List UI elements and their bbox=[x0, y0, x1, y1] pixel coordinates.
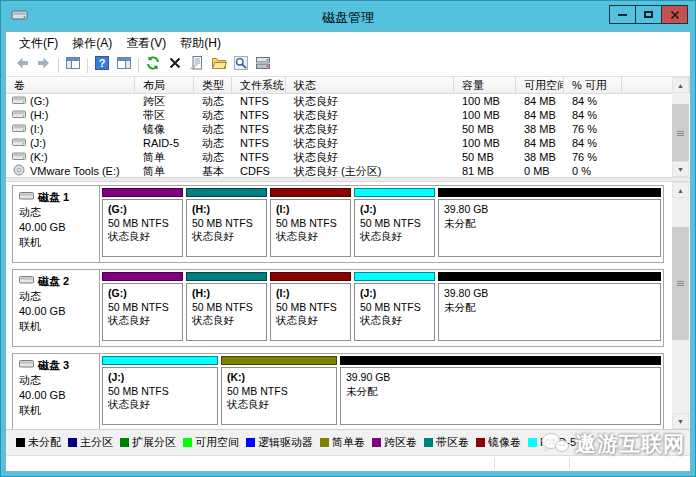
volume-partition[interactable]: (K:)50 MB NTFS状态良好 bbox=[221, 356, 337, 429]
legend-label: 扩展分区 bbox=[132, 435, 176, 450]
volume-cell: (K:) bbox=[6, 150, 135, 164]
column-header-6[interactable]: 可用空间 bbox=[516, 77, 564, 93]
volume-cell: 简单 bbox=[135, 150, 194, 165]
volume-partition[interactable]: (G:)50 MB NTFS状态良好 bbox=[102, 188, 183, 262]
volume-cell: 状态良好 bbox=[286, 94, 454, 109]
disk-row: 磁盘 3动态40.00 GB联机(J:)50 MB NTFS状态良好(K:)50… bbox=[12, 353, 664, 429]
volume-cell: 84 MB bbox=[516, 109, 564, 121]
disk-size: 40.00 GB bbox=[19, 220, 93, 235]
volume-partition[interactable]: (J:)50 MB NTFS状态良好 bbox=[354, 188, 435, 262]
legend-color-swatch bbox=[372, 438, 381, 447]
legend-color-swatch bbox=[424, 438, 433, 447]
legend-item: 扩展分区 bbox=[120, 435, 176, 450]
open-icon bbox=[211, 55, 227, 75]
find-button[interactable] bbox=[230, 55, 252, 75]
volume-list-scrollbar[interactable]: ▲ ▼ bbox=[672, 77, 689, 177]
partition-type-color bbox=[354, 188, 435, 197]
volume-row[interactable]: (G:)跨区动态NTFS状态良好100 MB84 MB84 % bbox=[6, 94, 690, 108]
menu-item-0[interactable]: 文件(F) bbox=[12, 33, 65, 54]
status-divider bbox=[569, 458, 570, 469]
legend-item: 可用空间 bbox=[183, 435, 239, 450]
legend-label: 带区卷 bbox=[436, 435, 469, 450]
volume-partition[interactable]: (I:)50 MB NTFS状态良好 bbox=[270, 272, 351, 346]
partition-status: 状态良好 bbox=[276, 230, 345, 244]
column-header-3[interactable]: 文件系统 bbox=[232, 77, 286, 93]
close-button[interactable] bbox=[661, 5, 688, 24]
scrollbar-thumb[interactable] bbox=[672, 104, 689, 162]
scroll-up-icon[interactable]: ▲ bbox=[672, 77, 689, 93]
help-icon: ? bbox=[94, 55, 110, 75]
legend-color-swatch bbox=[183, 438, 192, 447]
volume-cell: 81 MB bbox=[454, 165, 516, 177]
volume-cell: 基本 bbox=[194, 164, 232, 178]
back-button[interactable] bbox=[11, 55, 33, 75]
volume-cell: 动态 bbox=[194, 122, 232, 137]
volume-icon bbox=[12, 150, 26, 164]
legend-label: 可用空间 bbox=[195, 435, 239, 450]
legend-color-swatch bbox=[16, 438, 25, 447]
volume-table-header: 卷布局类型文件系统状态容量可用空间% 可用 bbox=[6, 77, 690, 94]
column-header-2[interactable]: 类型 bbox=[194, 77, 232, 93]
scroll-up-icon[interactable]: ▲ bbox=[672, 182, 689, 198]
disk-header[interactable]: 磁盘 2动态40.00 GB联机 bbox=[13, 270, 100, 346]
disk-management-icon bbox=[255, 55, 271, 75]
open-button[interactable] bbox=[208, 55, 230, 75]
disk-management-button[interactable] bbox=[252, 55, 274, 75]
disk-view-scrollbar[interactable]: ▲ ▼ bbox=[672, 182, 689, 429]
volume-icon bbox=[12, 94, 26, 108]
volume-row[interactable]: (I:)镜像动态NTFS状态良好50 MB38 MB76 % bbox=[6, 122, 690, 136]
scrollbar-thumb[interactable] bbox=[672, 227, 689, 340]
volume-partition[interactable]: (I:)50 MB NTFS状态良好 bbox=[270, 188, 351, 262]
forward-button[interactable] bbox=[33, 55, 55, 75]
volume-partition[interactable]: (H:)50 MB NTFS状态良好 bbox=[186, 272, 267, 346]
disk-type: 动态 bbox=[19, 205, 93, 220]
menu-item-2[interactable]: 查看(V) bbox=[119, 33, 173, 54]
volume-partition[interactable]: (J:)50 MB NTFS状态良好 bbox=[102, 356, 218, 429]
disk-drive-icon bbox=[19, 358, 34, 373]
menu-item-1[interactable]: 操作(A) bbox=[65, 33, 119, 54]
minimize-button[interactable] bbox=[609, 5, 636, 24]
column-header-1[interactable]: 布局 bbox=[135, 77, 194, 93]
column-header-7[interactable]: % 可用 bbox=[564, 77, 622, 93]
unallocated-space[interactable]: 39.80 GB未分配 bbox=[438, 272, 661, 346]
volume-cell: 100 MB bbox=[454, 95, 516, 107]
scroll-down-icon[interactable]: ▼ bbox=[672, 161, 689, 177]
partition-body: (H:)50 MB NTFS状态良好 bbox=[186, 283, 267, 341]
disk-size: 40.00 GB bbox=[19, 388, 93, 403]
volume-partition[interactable]: (J:)50 MB NTFS状态良好 bbox=[354, 272, 435, 346]
console-tree-button[interactable] bbox=[62, 55, 84, 75]
legend-color-swatch bbox=[528, 438, 537, 447]
partition-label: (I:) bbox=[276, 203, 345, 217]
column-header-0[interactable]: 卷 bbox=[6, 77, 135, 93]
maximize-button[interactable] bbox=[635, 5, 662, 24]
partition-label: (K:) bbox=[227, 371, 331, 385]
volume-partition[interactable]: (H:)50 MB NTFS状态良好 bbox=[186, 188, 267, 262]
column-header-4[interactable]: 状态 bbox=[286, 77, 454, 93]
scroll-down-icon[interactable]: ▼ bbox=[672, 413, 689, 429]
legend-bar: 未分配主分区扩展分区可用空间逻辑驱动器简单卷跨区卷带区卷镜像卷RAID-5 卷 bbox=[6, 429, 690, 455]
show-action-pane-button[interactable] bbox=[113, 55, 135, 75]
volume-row[interactable]: (J:)RAID-5动态NTFS状态良好100 MB84 MB84 % bbox=[6, 136, 690, 150]
svg-text:?: ? bbox=[99, 57, 106, 69]
unallocated-space[interactable]: 39.90 GB未分配 bbox=[340, 356, 661, 429]
title-bar[interactable]: 磁盘管理 bbox=[1, 1, 695, 31]
volume-row[interactable]: (K:)简单动态NTFS状态良好50 MB38 MB76 % bbox=[6, 150, 690, 164]
help-button[interactable]: ? bbox=[91, 55, 113, 75]
partition-status: 状态良好 bbox=[276, 314, 345, 328]
unallocated-space[interactable]: 39.80 GB未分配 bbox=[438, 188, 661, 262]
volume-row[interactable]: (H:)带区动态NTFS状态良好100 MB84 MB84 % bbox=[6, 108, 690, 122]
properties-button[interactable] bbox=[186, 55, 208, 75]
disk-header[interactable]: 磁盘 3动态40.00 GB联机 bbox=[13, 354, 100, 429]
delete-button[interactable] bbox=[164, 55, 186, 75]
volume-partition[interactable]: (G:)50 MB NTFS状态良好 bbox=[102, 272, 183, 346]
column-header-5[interactable]: 容量 bbox=[454, 77, 516, 93]
refresh-button[interactable] bbox=[142, 55, 164, 75]
partition-status: 状态良好 bbox=[108, 314, 177, 328]
volume-row[interactable]: VMware Tools (E:)简单基本CDFS状态良好 (主分区)81 MB… bbox=[6, 164, 690, 177]
menu-item-3[interactable]: 帮助(H) bbox=[173, 33, 228, 54]
partition-type-color bbox=[270, 272, 351, 281]
legend-label: 逻辑驱动器 bbox=[258, 435, 313, 450]
volume-cell: 状态良好 bbox=[286, 136, 454, 151]
disk-header[interactable]: 磁盘 1动态40.00 GB联机 bbox=[13, 186, 100, 262]
partition-body: (G:)50 MB NTFS状态良好 bbox=[102, 199, 183, 257]
